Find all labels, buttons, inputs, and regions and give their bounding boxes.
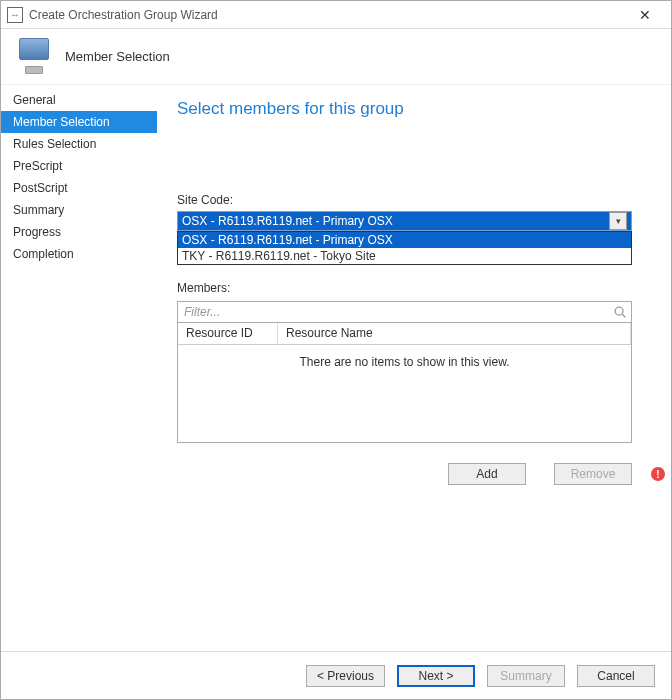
sidebar-item-label: Summary <box>13 203 64 217</box>
button-label: Next > <box>418 669 453 683</box>
sidebar-item-label: PreScript <box>13 159 62 173</box>
col-resource-id[interactable]: Resource ID <box>178 323 278 344</box>
members-table: Resource ID Resource Name There are no i… <box>177 323 632 443</box>
site-code-label: Site Code: <box>177 193 643 207</box>
option-label: OSX - R6119.R6119.net - Primary OSX <box>182 233 393 247</box>
site-code-combo[interactable]: OSX - R6119.R6119.net - Primary OSX ▾ OS… <box>177 211 632 231</box>
window-title: Create Orchestration Group Wizard <box>29 8 625 22</box>
button-label: < Previous <box>317 669 374 683</box>
app-icon-glyph: ↔ <box>10 9 20 20</box>
chevron-down-icon[interactable]: ▾ <box>609 212 627 230</box>
filter-input[interactable] <box>182 304 613 320</box>
svg-line-1 <box>622 314 625 317</box>
sidebar-item-prescript[interactable]: PreScript <box>1 155 157 177</box>
site-code-dropdown: OSX - R6119.R6119.net - Primary OSX TKY … <box>177 231 632 265</box>
button-label: Remove <box>571 467 616 481</box>
wizard-header: Member Selection <box>1 29 671 85</box>
sidebar-item-label: Member Selection <box>13 115 110 129</box>
app-icon: ↔ <box>7 7 23 23</box>
next-button[interactable]: Next > <box>397 665 475 687</box>
svg-point-0 <box>615 307 623 315</box>
wizard-footer: < Previous Next > Summary Cancel <box>1 651 671 699</box>
site-code-field[interactable]: OSX - R6119.R6119.net - Primary OSX ▾ <box>177 211 632 231</box>
sidebar-item-label: Progress <box>13 225 61 239</box>
close-icon: ✕ <box>639 7 651 23</box>
cancel-button[interactable]: Cancel <box>577 665 655 687</box>
section-title: Select members for this group <box>177 99 643 119</box>
remove-button: Remove <box>554 463 632 485</box>
sidebar-item-label: General <box>13 93 56 107</box>
sidebar-item-summary[interactable]: Summary <box>1 199 157 221</box>
site-code-option[interactable]: TKY - R6119.R6119.net - Tokyo Site <box>178 248 631 264</box>
search-icon <box>613 305 627 319</box>
sidebar-item-member-selection[interactable]: Member Selection <box>1 111 157 133</box>
error-glyph: ! <box>656 469 659 480</box>
sidebar-item-label: PostScript <box>13 181 68 195</box>
titlebar: ↔ Create Orchestration Group Wizard ✕ <box>1 1 671 29</box>
previous-button[interactable]: < Previous <box>306 665 385 687</box>
wizard-content: Select members for this group Site Code:… <box>157 85 671 651</box>
button-label: Add <box>476 467 497 481</box>
sidebar-item-rules-selection[interactable]: Rules Selection <box>1 133 157 155</box>
computer-icon <box>15 38 53 76</box>
empty-message: There are no items to show in this view. <box>178 355 631 369</box>
button-label: Summary <box>500 669 551 683</box>
col-resource-name[interactable]: Resource Name <box>278 323 631 344</box>
sidebar-item-general[interactable]: General <box>1 89 157 111</box>
summary-button: Summary <box>487 665 565 687</box>
sidebar-item-label: Completion <box>13 247 74 261</box>
site-code-option[interactable]: OSX - R6119.R6119.net - Primary OSX <box>178 232 631 248</box>
main-area: General Member Selection Rules Selection… <box>1 85 671 651</box>
sidebar-item-label: Rules Selection <box>13 137 96 151</box>
sidebar-item-completion[interactable]: Completion <box>1 243 157 265</box>
add-button[interactable]: Add <box>448 463 526 485</box>
members-label: Members: <box>177 281 643 295</box>
error-icon: ! <box>651 467 665 481</box>
sidebar-item-progress[interactable]: Progress <box>1 221 157 243</box>
members-filter[interactable] <box>177 301 632 323</box>
close-button[interactable]: ✕ <box>625 1 665 29</box>
page-heading: Member Selection <box>65 49 170 64</box>
member-buttons: Add Remove <box>177 463 632 485</box>
sidebar-item-postscript[interactable]: PostScript <box>1 177 157 199</box>
wizard-sidebar: General Member Selection Rules Selection… <box>1 85 157 651</box>
option-label: TKY - R6119.R6119.net - Tokyo Site <box>182 249 376 263</box>
table-header: Resource ID Resource Name <box>178 323 631 345</box>
button-label: Cancel <box>597 669 634 683</box>
site-code-selected: OSX - R6119.R6119.net - Primary OSX <box>182 214 605 228</box>
